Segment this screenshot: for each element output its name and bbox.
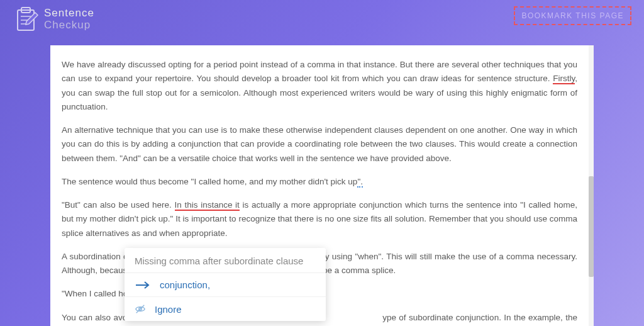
ignore-button[interactable]: Ignore	[125, 296, 326, 321]
brand-line1: Sentence	[44, 8, 94, 20]
error-underline-red[interactable]: Firstly	[553, 74, 575, 84]
brand-name: Sentence Checkup	[44, 8, 94, 31]
suggestion-tooltip: Missing comma after subordinate clause c…	[125, 248, 326, 321]
paragraph: The sentence would thus become "I called…	[62, 175, 577, 189]
suggestion-text: conjunction,	[160, 279, 210, 290]
paragraph: We have already discussed opting for a p…	[62, 58, 577, 114]
error-underline-blue[interactable]: ".	[357, 177, 363, 188]
ignore-label: Ignore	[155, 304, 182, 315]
bookmark-button[interactable]: BOOKMARK THIS PAGE	[514, 6, 631, 25]
scrollbar-thumb[interactable]	[589, 176, 594, 277]
arrow-right-icon	[135, 281, 151, 289]
app-header: Sentence Checkup BOOKMARK THIS PAGE	[0, 0, 644, 45]
paragraph: "But" can also be used here. In this ins…	[62, 198, 577, 240]
apply-suggestion-button[interactable]: conjunction,	[125, 273, 326, 296]
brand-line2: Checkup	[44, 20, 94, 31]
clipboard-icon	[13, 6, 39, 33]
brand-logo[interactable]: Sentence Checkup	[13, 6, 94, 33]
svg-line-7	[136, 305, 145, 313]
eye-off-icon	[135, 303, 146, 315]
paragraph: An alternative technique that you can us…	[62, 123, 577, 166]
error-underline-red[interactable]: In this instance it	[175, 200, 240, 211]
tooltip-title: Missing comma after subordinate clause	[125, 248, 326, 273]
